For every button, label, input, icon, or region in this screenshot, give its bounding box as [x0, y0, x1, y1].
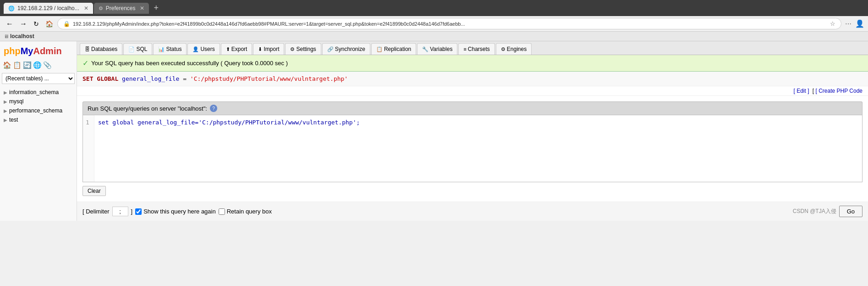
success-message-bar: ✓ Your SQL query has been executed succe…: [77, 55, 868, 72]
sidebar-home-icon[interactable]: 🏠: [3, 61, 11, 69]
tab1-title: 192.168.2.129 / localho...: [17, 5, 79, 11]
users-icon: 👤: [192, 46, 199, 52]
query-display-area: SET GLOBAL general_log_file = 'C:/phpstu…: [77, 72, 868, 86]
sidebar-item-performance_schema[interactable]: ▶ performance_schema: [2, 106, 75, 115]
tab2-close[interactable]: ✕: [140, 5, 144, 11]
tab-import-label: Import: [264, 46, 279, 52]
home-button[interactable]: 🏠: [43, 19, 55, 28]
main-layout: phpMyAdmin 🏠 📋 🔄 🌐 📎 (Recent tables) ...…: [0, 41, 868, 221]
sql-textarea[interactable]: set global general_log_file='C:/phpstudy…: [94, 115, 862, 182]
tab-variables[interactable]: 🔧 Variables: [417, 43, 457, 55]
db-icon-4: ▶: [4, 118, 7, 123]
synchronize-icon: 🔗: [327, 46, 334, 52]
browser-tab-2[interactable]: ⚙ Preferences ✕: [94, 3, 149, 14]
watermark-text: CSDN @TJA入侵: [793, 207, 836, 215]
recent-tables-select[interactable]: (Recent tables) ...: [2, 73, 75, 84]
tab-charsets[interactable]: ≡ Charsets: [458, 43, 494, 55]
breadcrumb-host: localhost: [10, 33, 34, 39]
db-name-3: performance_schema: [9, 107, 62, 114]
browser-tab-1[interactable]: 🌐 192.168.2.129 / localho... ✕: [4, 3, 93, 14]
tab-export-label: Export: [231, 46, 247, 52]
sql-box-title: Run SQL query/queries on server "localho…: [88, 105, 207, 112]
sidebar-refresh-icon[interactable]: 🔄: [23, 61, 32, 69]
tab-settings[interactable]: ⚙ Settings: [285, 43, 321, 55]
logo-admin: Admin: [33, 46, 61, 56]
tab-synchronize[interactable]: 🔗 Synchronize: [322, 43, 370, 55]
edit-link[interactable]: [ Edit ]: [793, 88, 809, 94]
sidebar-table-icon[interactable]: 📋: [13, 61, 22, 69]
success-check-icon: ✓: [82, 59, 88, 67]
breadcrumb: 🖥 localhost: [0, 32, 868, 41]
bookmark-icon[interactable]: ☆: [830, 20, 835, 27]
more-options-icon[interactable]: ⋯: [843, 19, 853, 28]
sidebar-link-icon[interactable]: 📎: [43, 61, 52, 69]
url-bar[interactable]: 🔒 192.168.2.129/phpMyAdmin/index.php?tok…: [57, 18, 841, 29]
replication-icon: 📋: [376, 46, 383, 52]
logo-my: My: [21, 46, 33, 56]
nav-tabs-bar: 🗄 Databases 📄 SQL 📊 Status 👤 Users ⬆: [77, 41, 868, 55]
pma-wrapper: 🖥 localhost phpMyAdmin 🏠 📋 🔄 🌐 📎 (Recent…: [0, 32, 868, 221]
db-icon-1: ▶: [4, 90, 7, 95]
tab-variables-label: Variables: [430, 46, 452, 52]
sidebar: phpMyAdmin 🏠 📋 🔄 🌐 📎 (Recent tables) ...…: [0, 41, 77, 221]
account-icon[interactable]: 👤: [855, 19, 864, 28]
query-actions-bar: [ Edit ] [ [ Create PHP Code: [77, 86, 868, 96]
tab-sql[interactable]: 📄 SQL: [123, 43, 152, 55]
browser-tab-bar: 🌐 192.168.2.129 / localho... ✕ ⚙ Prefere…: [4, 2, 864, 14]
back-button[interactable]: ←: [4, 19, 16, 29]
tab-synchronize-label: Synchronize: [335, 46, 365, 52]
db-icon-2: ▶: [4, 99, 7, 104]
help-icon[interactable]: ?: [210, 105, 217, 112]
tab-export[interactable]: ⬆ Export: [221, 43, 253, 55]
db-icon-3: ▶: [4, 108, 7, 113]
db-name-2: mysql: [9, 98, 23, 105]
sidebar-globe-icon[interactable]: 🌐: [33, 61, 42, 69]
variables-icon: 🔧: [422, 46, 429, 52]
databases-icon: 🗄: [85, 46, 90, 52]
tab-databases-label: Databases: [91, 46, 117, 52]
query-equals: =: [183, 75, 187, 82]
tab-users-label: Users: [200, 46, 214, 52]
go-button[interactable]: Go: [839, 206, 863, 217]
sql-textarea-wrapper: 1 set global general_log_file='C:/phpstu…: [82, 115, 863, 182]
clear-button[interactable]: Clear: [82, 186, 106, 196]
forward-button[interactable]: →: [17, 19, 29, 29]
tab-databases[interactable]: 🗄 Databases: [80, 43, 122, 55]
tab-status[interactable]: 📊 Status: [153, 43, 187, 55]
create-php-link[interactable]: [ Create PHP Code: [816, 88, 863, 94]
db-name-4: test: [9, 117, 18, 123]
breadcrumb-icon: 🖥: [4, 34, 9, 39]
show-query-checkbox[interactable]: [135, 208, 142, 215]
tab1-close[interactable]: ✕: [84, 5, 88, 11]
reload-button[interactable]: ↻: [31, 19, 41, 28]
tab-status-label: Status: [166, 46, 181, 52]
sidebar-item-information_schema[interactable]: ▶ information_schema: [2, 88, 75, 97]
sql-icon: 📄: [128, 46, 135, 52]
new-tab-button[interactable]: +: [150, 2, 162, 14]
security-icon: 🔒: [63, 21, 70, 27]
query-value: 'C:/phpstudy/PHPTutorial/www/vulntarget.…: [190, 75, 348, 82]
tab-users[interactable]: 👤 Users: [187, 43, 220, 55]
tab-engines[interactable]: ⚙ Engines: [496, 43, 532, 55]
tab-import[interactable]: ⬇ Import: [253, 43, 284, 55]
db-list: ▶ information_schema ▶ mysql ▶ performan…: [2, 88, 75, 124]
delimiter-input[interactable]: [112, 207, 128, 216]
retain-query-label: Retain query box: [227, 208, 272, 215]
nav-bar: ← → ↻ 🏠 🔒 192.168.2.129/phpMyAdmin/index…: [0, 16, 868, 32]
line-number-gutter: 1: [83, 115, 94, 182]
sidebar-icons: 🏠 📋 🔄 🌐 📎: [2, 60, 75, 70]
logo-php: php: [4, 46, 21, 56]
import-icon: ⬇: [258, 46, 262, 52]
tab-replication[interactable]: 📋 Replication: [371, 43, 416, 55]
retain-query-checkbox[interactable]: [219, 208, 225, 215]
sidebar-item-mysql[interactable]: ▶ mysql: [2, 97, 75, 106]
show-query-checkbox-label[interactable]: Show this query here again: [135, 208, 216, 215]
retain-query-checkbox-label[interactable]: Retain query box: [219, 208, 272, 215]
settings-icon: ⚙: [290, 46, 295, 52]
engines-icon: ⚙: [501, 46, 505, 52]
tab2-favicon: ⚙: [99, 6, 103, 11]
sidebar-item-test[interactable]: ▶ test: [2, 115, 75, 124]
content-area: 🗄 Databases 📄 SQL 📊 Status 👤 Users ⬆: [77, 41, 868, 221]
tab-charsets-label: Charsets: [468, 46, 490, 52]
browser-chrome: 🌐 192.168.2.129 / localho... ✕ ⚙ Prefere…: [0, 0, 868, 16]
